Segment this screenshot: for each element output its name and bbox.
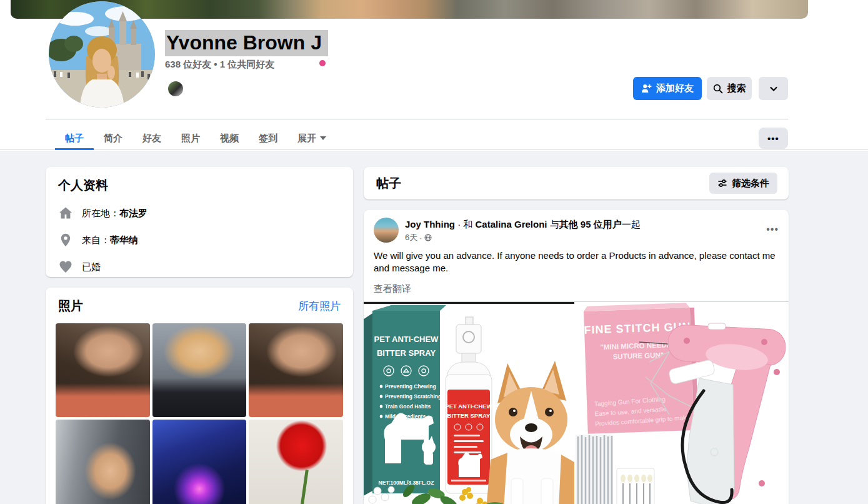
profile-picture[interactable] — [49, 1, 155, 108]
see-translation-link[interactable]: 查看翻译 — [364, 275, 789, 301]
lives-in-prefix: 所在地： — [82, 208, 119, 218]
tab-checkins[interactable]: 签到 — [249, 128, 287, 150]
search-label: 搜索 — [727, 83, 746, 94]
add-friend-label: 添加好友 — [656, 83, 694, 94]
svg-text:Train Good Habits: Train Good Habits — [385, 403, 431, 410]
from-prefix: 来自： — [82, 234, 110, 245]
tagged-others-link[interactable]: 其他 95 位用户 — [559, 219, 622, 229]
friends-summary[interactable]: 638 位好友 • 1 位共同好友 — [165, 59, 274, 71]
spare-needles — [576, 435, 613, 504]
name-row: Yvonne Brown J — [165, 31, 328, 54]
profile-name: Yvonne Brown J — [165, 30, 328, 56]
tagged-friend-link[interactable]: Catalina Greloni — [476, 219, 547, 229]
post-meta: 6天 · — [405, 232, 641, 243]
svg-text:BITTER SPRAY: BITTER SPRAY — [377, 348, 436, 358]
photo-tile[interactable] — [249, 420, 343, 504]
search-button[interactable]: 搜索 — [707, 77, 752, 100]
svg-text:Preventing Chewing: Preventing Chewing — [385, 383, 436, 390]
chevron-down-icon — [769, 84, 779, 94]
post-timestamp[interactable]: 6天 — [405, 232, 417, 243]
intro-row-lives-in: 所在地：布法罗 — [58, 206, 341, 221]
caret-down-icon — [320, 136, 326, 140]
photo-tile[interactable] — [249, 323, 343, 417]
attachment-image-pet-spray[interactable]: PET ANTI-CHEW BITTER SPRAY Preventing Ch… — [364, 302, 574, 504]
svg-text:BITTER SPRAY: BITTER SPRAY — [447, 412, 491, 419]
globe-privacy-icon — [424, 234, 432, 241]
tab-posts[interactable]: 帖子 — [55, 128, 94, 150]
add-friend-button[interactable]: 添加好友 — [633, 77, 702, 100]
filters-label: 筛选条件 — [732, 178, 769, 189]
from-value[interactable]: 蒂华纳 — [110, 234, 138, 245]
attachment-image-stitch-gun[interactable]: FINE STITCH GUN "MINI MICRO NEEDLE SUTUR… — [576, 302, 789, 504]
photo-tile[interactable] — [56, 420, 150, 504]
intro-row-from: 来自：蒂华纳 — [58, 233, 341, 248]
heart-icon — [58, 260, 73, 275]
tab-overflow-button[interactable]: ••• — [759, 128, 788, 149]
post-menu-button[interactable]: ••• — [762, 220, 782, 239]
search-icon — [713, 84, 723, 94]
posts-header-card: 帖子 筛选条件 — [364, 167, 789, 199]
photos-card: 照片 所有照片 — [46, 288, 353, 504]
tab-about[interactable]: 简介 — [94, 128, 132, 150]
tab-videos[interactable]: 视频 — [210, 128, 249, 150]
photo-tile[interactable] — [152, 323, 247, 417]
tab-friends[interactable]: 好友 — [132, 128, 171, 150]
post-author-avatar[interactable] — [374, 218, 399, 243]
post-byline: Joy Thhing · 和 Catalina Greloni 与其他 95 位… — [405, 218, 641, 231]
post-card: Joy Thhing · 和 Catalina Greloni 与其他 95 位… — [364, 210, 789, 504]
lives-in-value[interactable]: 布法罗 — [119, 208, 147, 218]
photos-title: 照片 — [58, 298, 83, 315]
see-all-photos-link[interactable]: 所有照片 — [298, 299, 341, 313]
online-status-dot — [319, 60, 326, 66]
intro-card: 个人资料 所在地：布法罗 来自：蒂华纳 已婚 — [46, 167, 353, 277]
home-icon — [58, 206, 73, 221]
intro-row-relationship: 已婚 — [58, 260, 341, 275]
post-author-link[interactable]: Joy Thhing — [405, 219, 455, 229]
more-actions-button[interactable] — [759, 77, 788, 100]
filters-icon — [717, 178, 727, 188]
posts-title: 帖子 — [376, 175, 401, 192]
tab-more[interactable]: 展开 — [287, 128, 336, 150]
tab-photos[interactable]: 照片 — [171, 128, 210, 150]
filters-button[interactable]: 筛选条件 — [709, 173, 777, 194]
relationship-value: 已婚 — [82, 261, 101, 272]
profile-tab-bar: 帖子 简介 好友 照片 视频 签到 展开 — [55, 128, 336, 150]
post-body-text: We will give you an advance. If anyone n… — [364, 243, 789, 275]
svg-text:PET ANTI-CHEW: PET ANTI-CHEW — [445, 403, 492, 410]
intro-title: 个人资料 — [58, 177, 341, 194]
post-attachment-images[interactable]: PET ANTI-CHEW BITTER SPRAY Preventing Ch… — [364, 301, 789, 504]
mutual-friend-avatar[interactable] — [167, 80, 184, 98]
needle-pack — [617, 468, 654, 504]
svg-text:NET:100ML/3.38FL.OZ: NET:100ML/3.38FL.OZ — [379, 480, 434, 486]
svg-text:PET ANTI-CHEW: PET ANTI-CHEW — [374, 335, 439, 344]
profile-content: 个人资料 所在地：布法罗 来自：蒂华纳 已婚 照片 所有照片 — [0, 151, 868, 504]
person-plus-icon — [641, 83, 652, 94]
profile-header: Yvonne Brown J 638 位好友 • 1 位共同好友 添加好友 搜索… — [0, 0, 868, 150]
location-pin-icon — [58, 233, 73, 248]
photo-tile[interactable] — [152, 420, 247, 504]
photo-grid — [56, 323, 343, 504]
photo-tile[interactable] — [56, 323, 150, 417]
svg-text:Preventing Scratching: Preventing Scratching — [385, 393, 441, 400]
header-divider — [46, 119, 788, 119]
profile-picture-image — [49, 1, 155, 108]
